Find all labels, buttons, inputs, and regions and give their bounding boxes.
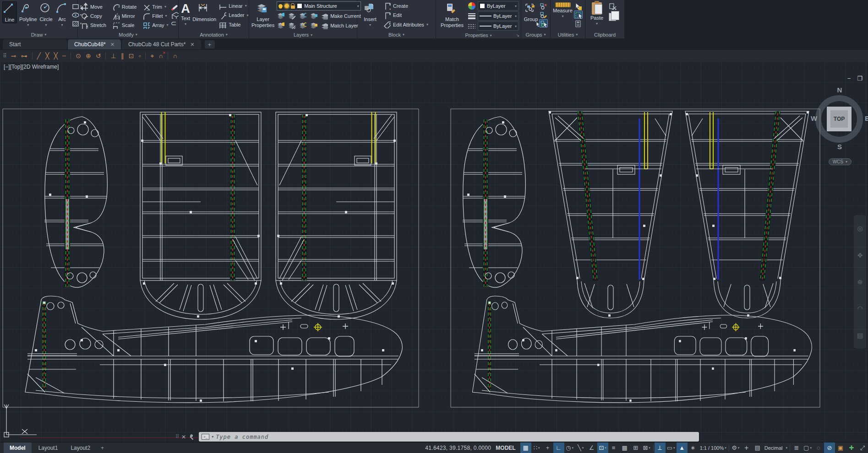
ortho-toggle[interactable]: ∟ bbox=[553, 442, 564, 453]
snap-node-icon[interactable]: ▫ bbox=[138, 53, 141, 59]
viewcube-south[interactable]: S bbox=[837, 143, 842, 151]
make-current-button[interactable]: Make Current bbox=[320, 11, 361, 20]
rotate-button[interactable]: Rotate bbox=[112, 2, 136, 11]
tab-chubcub48[interactable]: ChubCub48*✕ bbox=[68, 39, 121, 49]
isolate-objects-button[interactable]: ▤ bbox=[752, 442, 763, 453]
snap-mode-toggle[interactable]: ∷▾ bbox=[531, 442, 542, 453]
viewcube-west[interactable]: W bbox=[811, 114, 817, 122]
utilities-panel-label[interactable]: Utilities▾ bbox=[551, 31, 585, 38]
layers-panel-label[interactable]: Layers▾ bbox=[249, 31, 357, 38]
chevron-down-icon[interactable]: ▾ bbox=[212, 435, 213, 439]
selection-filter-button[interactable]: ◌ bbox=[813, 442, 824, 453]
edit-block-button[interactable]: Edit bbox=[383, 11, 428, 20]
dimension-button[interactable]: Dimension bbox=[192, 1, 216, 22]
fuselage-side-left[interactable] bbox=[25, 296, 402, 403]
draw-panel-label[interactable]: Draw▾ bbox=[0, 31, 77, 38]
edit-attributes-button[interactable]: Edit Attributes▾ bbox=[383, 20, 428, 29]
snap-intersection-icon[interactable]: ╳ bbox=[45, 53, 49, 59]
cut-button[interactable] bbox=[609, 2, 617, 10]
layer-lock-icon[interactable] bbox=[310, 12, 317, 20]
line-button[interactable]: Line bbox=[2, 1, 17, 23]
customization-gear[interactable]: ⚙▾ bbox=[730, 442, 741, 453]
tapered-wing-panel-a[interactable] bbox=[549, 111, 672, 318]
hardware-acceleration-toggle[interactable]: ⊘ bbox=[824, 442, 835, 453]
tapered-wing-panel-b[interactable] bbox=[685, 111, 809, 318]
array-button[interactable]: Array▾ bbox=[142, 21, 168, 29]
group-button[interactable]: Group bbox=[524, 1, 538, 22]
tab-layout2[interactable]: Layout2 bbox=[65, 442, 96, 453]
layer-on-row-icon[interactable] bbox=[277, 22, 284, 29]
wingtip-rib-part-left[interactable] bbox=[44, 117, 107, 287]
viewcube-east[interactable]: E bbox=[865, 114, 868, 122]
new-layout-button[interactable]: + bbox=[97, 442, 108, 453]
text-button[interactable]: AText▾ bbox=[181, 1, 190, 26]
paste-button[interactable]: Paste▾ bbox=[588, 1, 606, 26]
model-space-indicator[interactable]: MODEL bbox=[496, 445, 515, 451]
viewport-visual-style-control[interactable]: [2D Wireframe] bbox=[22, 64, 59, 70]
copy-button[interactable]: Copy bbox=[80, 11, 106, 20]
navigation-bar[interactable]: ◎ ✥ ⊕ ◠ ▤ bbox=[854, 215, 866, 349]
snap-parallel-icon[interactable]: ∥ bbox=[121, 53, 124, 59]
object-snap-toggle[interactable]: ⊡▾ bbox=[597, 442, 608, 453]
block-panel-label[interactable]: Block▾ bbox=[357, 31, 436, 38]
properties-dialog-launcher[interactable]: ↘ bbox=[516, 33, 519, 38]
tab-model[interactable]: Model bbox=[4, 442, 32, 453]
drawing-canvas[interactable]: [−] [Top] [2D Wireframe] − ❐ N S W E TOP… bbox=[0, 61, 868, 442]
system-monitor-button[interactable]: ▢▾ bbox=[802, 442, 813, 453]
add-cleanup-button[interactable]: + bbox=[741, 442, 752, 453]
snap-intersection-2-icon[interactable]: ╳ bbox=[54, 53, 57, 59]
wing-panel-left-b[interactable] bbox=[276, 112, 397, 319]
zoom-extents-icon[interactable]: ⊕ bbox=[857, 278, 863, 286]
showmotion-icon[interactable]: ▤ bbox=[857, 332, 863, 339]
dynamic-input-toggle[interactable]: + bbox=[542, 442, 553, 453]
viewport-tools-toggle[interactable]: ▭▾ bbox=[666, 442, 677, 453]
3d-object-snap-toggle[interactable]: ⊠▾ bbox=[641, 442, 652, 453]
new-tab-button[interactable]: + bbox=[205, 40, 215, 49]
model-space-drawing[interactable] bbox=[0, 61, 868, 442]
linetype-dropdown[interactable]: ByLayer▾ bbox=[478, 22, 519, 31]
copy-clip-button[interactable] bbox=[609, 13, 617, 21]
pan-icon[interactable]: ✥ bbox=[857, 252, 863, 259]
annotation-scale-control[interactable]: 1:1 / 100%▾ bbox=[699, 442, 728, 453]
viewport-minimize-control[interactable]: [−] bbox=[4, 64, 10, 70]
match-layer-button[interactable]: Match Layer bbox=[320, 21, 358, 30]
snap-quadrant-icon[interactable]: ⊕ bbox=[86, 53, 91, 59]
properties-panel-label[interactable]: Properties▾ bbox=[436, 32, 521, 38]
snap-off-icon[interactable]: ∩✕ bbox=[158, 53, 163, 59]
object-snap-tracking-toggle[interactable]: ∠ bbox=[586, 442, 597, 453]
performance-icon[interactable]: ▣ bbox=[835, 442, 846, 453]
polyline-button[interactable]: Polyline▾ bbox=[19, 1, 37, 27]
fillet-button[interactable]: Fillet▾ bbox=[142, 11, 168, 20]
command-drag-handle[interactable]: ⠿ bbox=[175, 434, 178, 440]
snap-insertion-icon[interactable]: ⊡ bbox=[129, 53, 134, 59]
lineweight-dropdown[interactable]: ByLayer▾ bbox=[478, 11, 519, 21]
modify-panel-label[interactable]: Modify▾ bbox=[78, 31, 178, 38]
ungroup-button[interactable] bbox=[539, 2, 548, 10]
wcs-menu[interactable]: WCS▾ bbox=[829, 158, 852, 165]
save-preview-icon[interactable]: ✚ bbox=[846, 442, 857, 453]
layer-off-icon[interactable] bbox=[277, 12, 284, 20]
circle-button[interactable]: Circle▾ bbox=[39, 1, 53, 27]
orbit-icon[interactable]: ◠ bbox=[857, 305, 863, 312]
grid-toggle[interactable]: ▦ bbox=[520, 442, 531, 453]
snap-nearest-icon[interactable]: ⌖ bbox=[150, 53, 154, 59]
layer-isolate-icon[interactable] bbox=[288, 12, 295, 20]
layer-dropdown[interactable]: Main Structure ▾ bbox=[277, 1, 361, 11]
left-parts-group[interactable] bbox=[3, 109, 419, 407]
window-minimize-icon[interactable]: − bbox=[847, 75, 851, 82]
object-color-dropdown[interactable]: ByLayer▾ bbox=[478, 1, 519, 11]
fuselage-side-right[interactable] bbox=[472, 296, 812, 403]
group-selection-toggle[interactable] bbox=[539, 19, 548, 27]
group-edit-button[interactable] bbox=[539, 11, 548, 19]
close-icon[interactable]: ✕ bbox=[190, 42, 194, 48]
snap-extension-icon[interactable]: ┄ bbox=[62, 53, 66, 59]
auto-scale-toggle[interactable]: ∗ bbox=[688, 442, 699, 453]
layer-freeze-icon[interactable] bbox=[299, 12, 306, 20]
polar-tracking-toggle[interactable]: ◷▾ bbox=[564, 442, 575, 453]
osnap-settings-icon[interactable]: ∩ bbox=[173, 53, 177, 59]
stretch-button[interactable]: Stretch bbox=[80, 21, 106, 29]
move-button[interactable]: Move bbox=[80, 2, 106, 11]
explode-button[interactable] bbox=[171, 11, 179, 19]
command-input[interactable]: >_ ▾ Type a command bbox=[199, 432, 699, 442]
linear-button[interactable]: Linear▾ bbox=[218, 1, 248, 10]
